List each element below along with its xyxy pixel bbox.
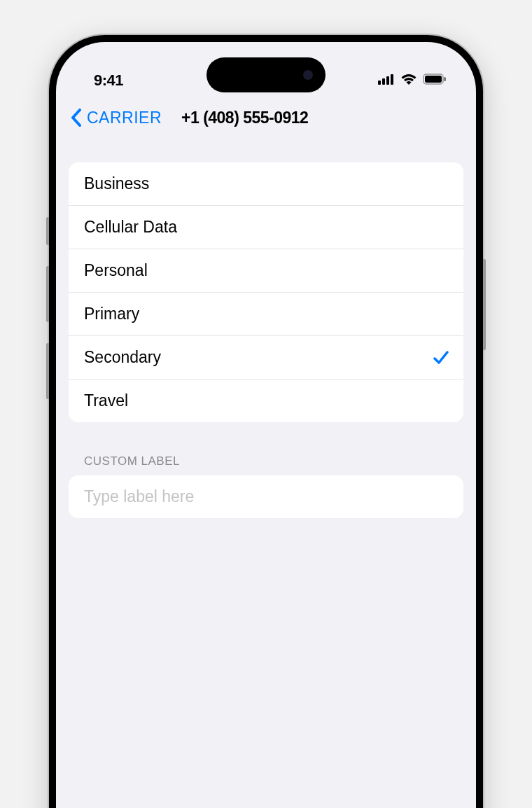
label-option[interactable]: Primary: [69, 293, 463, 336]
side-buttons-left: [46, 217, 49, 420]
custom-label-input[interactable]: [84, 487, 448, 506]
label-option-text: Cellular Data: [84, 218, 177, 237]
label-option[interactable]: Travel: [69, 379, 463, 422]
svg-rect-5: [425, 76, 442, 83]
label-list-group: BusinessCellular DataPersonalPrimarySeco…: [69, 162, 463, 422]
mute-switch[interactable]: [46, 217, 49, 245]
phone-screen: 9:41: [56, 42, 476, 808]
cellular-icon: [378, 74, 395, 88]
nav-bar: CARRIER +1 (408) 555-0912: [56, 98, 476, 137]
label-option-text: Secondary: [84, 348, 161, 367]
label-option[interactable]: Business: [69, 162, 463, 206]
svg-rect-3: [391, 74, 393, 85]
side-buttons-right: [483, 259, 486, 350]
custom-label-header: CUSTOM LABEL: [69, 422, 463, 475]
svg-rect-6: [444, 77, 446, 81]
label-option[interactable]: Personal: [69, 249, 463, 293]
svg-rect-2: [386, 76, 389, 85]
label-option[interactable]: Cellular Data: [69, 206, 463, 249]
volume-down[interactable]: [46, 343, 49, 399]
label-option-text: Travel: [84, 391, 128, 410]
power-button[interactable]: [483, 259, 486, 350]
custom-label-group: [69, 475, 463, 518]
svg-rect-1: [382, 78, 385, 85]
nav-title: +1 (408) 555-0912: [181, 109, 308, 127]
label-option-text: Primary: [84, 305, 139, 323]
content-area: BusinessCellular DataPersonalPrimarySeco…: [56, 137, 476, 518]
dynamic-island: [206, 57, 326, 92]
svg-rect-0: [378, 81, 381, 85]
checkmark-icon: [433, 349, 449, 366]
label-option-text: Personal: [84, 261, 148, 280]
volume-up[interactable]: [46, 266, 49, 322]
label-option-text: Business: [84, 174, 149, 193]
wifi-icon: [400, 73, 417, 88]
phone-frame: 9:41: [49, 35, 483, 808]
back-chevron-icon[interactable]: [70, 108, 83, 127]
status-icons: [378, 73, 447, 88]
status-time: 9:41: [94, 71, 123, 90]
label-option[interactable]: Secondary: [69, 336, 463, 379]
back-button-label[interactable]: CARRIER: [87, 109, 162, 127]
battery-icon: [423, 74, 447, 88]
